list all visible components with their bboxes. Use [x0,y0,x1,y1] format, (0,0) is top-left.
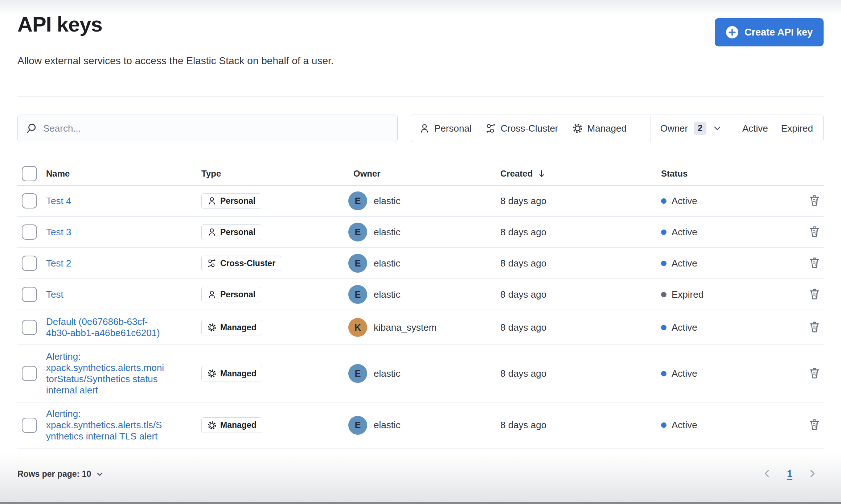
cluster-icon [485,123,496,134]
page-subtitle: Allow external services to access the El… [17,55,824,67]
gear-icon [207,421,217,430]
status-label: Expired [672,289,703,300]
type-badge-managed: Managed [201,366,262,381]
create-api-key-label: Create API key [744,27,813,38]
pagination: 1 [761,467,819,481]
select-all-checkbox[interactable] [22,166,37,181]
avatar: E [348,254,367,273]
table-row: Alerting: xpack.synthetics.alerts.monito… [17,345,824,402]
filter-cross-cluster[interactable]: Cross-Cluster [485,123,558,134]
previous-page-button[interactable] [761,467,773,481]
column-header-status[interactable]: Status [661,169,688,179]
filter-managed-label: Managed [587,123,627,134]
owner-name: elastic [374,258,401,269]
delete-api-key-button[interactable] [806,255,823,272]
table-header: Name Type Owner Created Status [17,162,824,186]
delete-api-key-button[interactable] [806,319,823,336]
trash-icon [808,320,821,334]
api-key-name-link[interactable]: Default (0e67686b-63cf-4b30-abb1-a46be61… [46,316,167,339]
filter-managed[interactable]: Managed [572,123,627,134]
api-key-name-link[interactable]: Alerting: xpack.synthetics.alerts.monito… [46,351,167,396]
search-input[interactable] [43,123,389,134]
column-header-owner[interactable]: Owner [353,169,381,179]
trash-icon [808,225,821,239]
table-row: Alerting: xpack.synthetics.alerts.tls/Sy… [17,402,824,449]
filter-expired-label: Expired [781,123,813,134]
row-checkbox[interactable] [22,224,37,240]
trash-icon [808,287,821,301]
owner-filter-label: Owner [660,123,688,134]
status-label: Active [672,258,697,269]
filter-personal-label: Personal [434,123,472,134]
next-page-button[interactable] [806,467,819,481]
owner-name: elastic [374,289,401,300]
window-bottom-edge [0,502,841,504]
type-badge-personal: Personal [201,193,261,209]
chevron-down-icon [712,123,722,133]
trash-icon [808,194,821,207]
user-icon [419,123,430,134]
row-checkbox[interactable] [22,320,37,335]
chevron-right-icon [807,468,818,479]
sort-descending-icon [537,169,546,178]
row-checkbox[interactable] [22,418,37,433]
search-box[interactable] [17,115,398,142]
row-checkbox[interactable] [22,256,37,271]
filter-expired[interactable]: Expired [781,123,813,134]
filter-group: Personal Cross-Cluster Managed Owner 2 A… [411,115,824,142]
delete-api-key-button[interactable] [806,192,823,210]
api-key-name-link[interactable]: Test [46,289,63,300]
status-label: Active [672,322,697,333]
delete-api-key-button[interactable] [806,365,823,383]
chevron-down-icon [95,470,104,479]
row-checkbox[interactable] [22,366,37,381]
column-header-name[interactable]: Name [46,169,70,179]
filter-active[interactable]: Active [742,123,768,134]
chevron-left-icon [762,468,772,479]
table-footer: Rows per page: 10 1 [17,467,824,481]
owner-name: kibana_system [374,322,436,333]
api-key-name-link[interactable]: Test 4 [46,195,71,207]
row-checkbox[interactable] [22,193,37,208]
created-value: 8 days ago [496,227,656,238]
api-key-name-link[interactable]: Alerting: xpack.synthetics.alerts.tls/Sy… [46,408,167,442]
user-icon [207,227,217,237]
api-key-name-link[interactable]: Test 3 [46,227,71,238]
cluster-icon [207,259,217,268]
api-keys-page: API keys Create API key Allow external s… [0,0,841,481]
page-title: API keys [17,11,102,38]
column-header-type[interactable]: Type [201,169,221,179]
page-header: API keys Create API key [17,0,824,46]
delete-api-key-button[interactable] [806,223,823,241]
header-divider [17,96,824,97]
delete-api-key-button[interactable] [806,416,823,434]
filter-active-label: Active [742,123,768,134]
filter-personal[interactable]: Personal [419,123,472,134]
type-badge-managed: Managed [201,320,262,335]
trash-icon [808,418,821,431]
owner-name: elastic [374,420,401,431]
status-dot-active [661,325,666,330]
user-icon [207,290,217,299]
owner-filter-count-badge: 2 [694,122,706,135]
row-checkbox[interactable] [22,287,37,302]
api-key-name-link[interactable]: Test 2 [46,258,71,269]
trash-icon [808,256,821,270]
rows-per-page-selector[interactable]: Rows per page: 10 [17,469,104,479]
owner-filter-dropdown[interactable]: Owner 2 [651,115,732,142]
create-api-key-button[interactable]: Create API key [715,18,824,46]
table-row: Test 3 Personal Eelastic 8 days ago Acti… [17,217,824,248]
avatar: E [348,285,367,304]
owner-name: elastic [374,227,401,238]
column-header-created[interactable]: Created [500,169,546,179]
gear-icon [207,369,217,378]
plus-in-circle-icon [726,26,739,39]
type-filters: Personal Cross-Cluster Managed [411,115,651,142]
gear-icon [207,323,217,332]
delete-api-key-button[interactable] [806,286,823,303]
owner-name: elastic [374,195,401,207]
status-label: Active [672,420,697,431]
page-number-1[interactable]: 1 [787,468,792,480]
created-value: 8 days ago [496,258,656,269]
status-label: Active [672,227,697,238]
